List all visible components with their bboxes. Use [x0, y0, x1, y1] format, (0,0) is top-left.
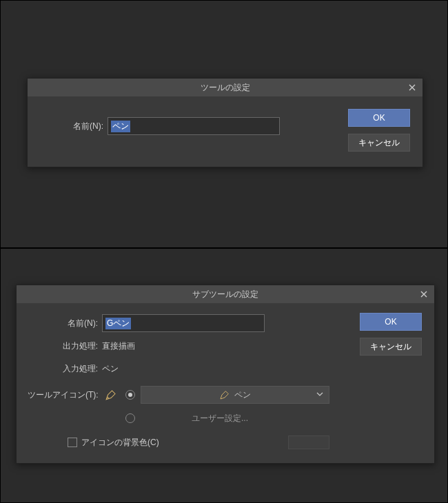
cancel-button[interactable]: キャンセル — [360, 338, 422, 356]
button-column: OK キャンセル — [360, 313, 422, 362]
ok-button[interactable]: OK — [360, 313, 422, 331]
name-label: 名前(N): — [39, 121, 108, 132]
name-input[interactable]: ペン — [108, 117, 280, 135]
outer-panel-1: ツールの設定 名前(N): ペン OK キャンセル — [0, 0, 448, 248]
user-setting-link[interactable]: ユーザー設定... — [141, 413, 299, 424]
icon-dropdown[interactable]: ペン — [141, 386, 329, 404]
input-value: ペン — [102, 363, 119, 375]
outer-panel-2: サブツールの設定 名前(N): Gペン 出力処理: 直接描画 入力処理: ペン — [0, 248, 448, 503]
tool-icon-row: ツールアイコン(T): ペン — [28, 386, 329, 404]
tool-settings-dialog: ツールの設定 名前(N): ペン OK キャンセル — [27, 78, 423, 167]
output-value: 直接描画 — [102, 340, 135, 352]
radio-preset-icon[interactable] — [125, 390, 135, 400]
spacer-icon — [102, 411, 120, 426]
radio-user-icon[interactable] — [125, 413, 135, 423]
user-icon-row: ユーザー設定... — [28, 411, 329, 426]
subtool-settings-dialog: サブツールの設定 名前(N): Gペン 出力処理: 直接描画 入力処理: ペン — [16, 285, 435, 464]
close-button[interactable] — [405, 80, 420, 95]
input-row: 入力処理: ペン — [28, 363, 329, 375]
output-label: 出力処理: — [28, 340, 102, 352]
name-input-value: Gペン — [105, 318, 131, 329]
bg-color-checkbox[interactable] — [68, 438, 77, 447]
close-icon — [409, 84, 416, 91]
bg-color-swatch[interactable] — [288, 435, 329, 449]
input-label: 入力処理: — [28, 363, 102, 375]
dialog-title: サブツールの設定 — [21, 289, 430, 300]
dialog-title: ツールの設定 — [32, 82, 418, 94]
close-icon — [420, 291, 427, 298]
dropdown-value: ペン — [234, 389, 251, 401]
chevron-down-icon — [316, 390, 323, 400]
pen-icon — [219, 389, 230, 400]
tool-icon-label: ツールアイコン(T): — [28, 389, 102, 401]
bg-color-row: アイコンの背景色(C) — [28, 435, 329, 449]
titlebar: サブツールの設定 — [17, 285, 434, 303]
bg-color-label: アイコンの背景色(C) — [81, 437, 159, 449]
pen-icon — [105, 389, 117, 401]
name-label: 名前(N): — [28, 318, 102, 329]
tool-icon-preview — [102, 387, 120, 402]
ok-button[interactable]: OK — [348, 109, 410, 127]
close-button[interactable] — [416, 287, 431, 302]
titlebar: ツールの設定 — [28, 79, 422, 96]
button-column: OK キャンセル — [348, 109, 410, 158]
name-row: 名前(N): Gペン — [28, 314, 329, 332]
name-input[interactable]: Gペン — [102, 314, 265, 332]
output-row: 出力処理: 直接描画 — [28, 340, 329, 352]
name-input-value: ペン — [111, 121, 130, 132]
cancel-button[interactable]: キャンセル — [348, 134, 410, 152]
dialog-body: 名前(N): Gペン 出力処理: 直接描画 入力処理: ペン ツールアイコン(T… — [17, 303, 340, 463]
